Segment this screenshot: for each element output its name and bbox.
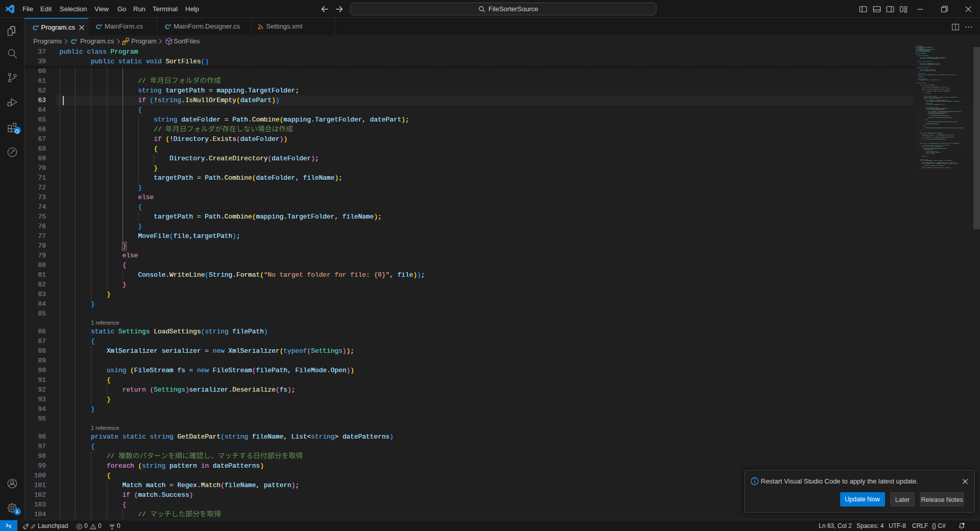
svg-text:#: # [100,23,103,28]
svg-text:#: # [37,24,39,29]
svg-text:#: # [169,23,172,28]
svg-text:#: # [75,38,78,42]
